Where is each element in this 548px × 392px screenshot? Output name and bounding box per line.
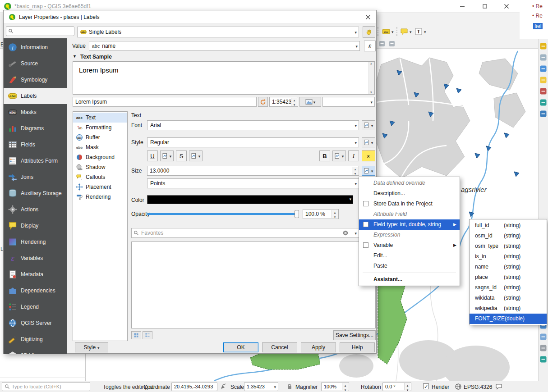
messages-icon[interactable] bbox=[495, 383, 502, 390]
clear-icon[interactable] bbox=[342, 230, 349, 236]
toolbar-extra-icon-2[interactable] bbox=[388, 40, 396, 47]
sidebar-item-masks[interactable]: abcMasks bbox=[4, 104, 67, 120]
dock-info-icon[interactable] bbox=[540, 110, 547, 117]
text-sample-header[interactable]: Text Sample bbox=[80, 54, 112, 60]
expression-highlighted-button[interactable]: ε bbox=[362, 150, 375, 161]
dock-tips-icon[interactable] bbox=[540, 77, 547, 83]
tab-callouts[interactable]: Callouts bbox=[73, 172, 127, 182]
ok-button[interactable]: OK bbox=[223, 342, 258, 352]
field-item-font-size[interactable]: FONT_SIZE(double) bbox=[470, 314, 547, 324]
field-item-sagns-id[interactable]: sagns_id(string) bbox=[470, 283, 547, 293]
icon-view-button[interactable] bbox=[131, 331, 141, 339]
tab-mask[interactable]: abcMask bbox=[73, 142, 127, 152]
underline-data-defined-button[interactable] bbox=[160, 150, 174, 161]
scale-select[interactable]: 1:35423 bbox=[244, 382, 278, 391]
sidebar-item-joins[interactable]: Joins bbox=[4, 169, 67, 185]
menu-checkbox[interactable] bbox=[363, 242, 368, 248]
bold-button[interactable]: B bbox=[319, 150, 330, 161]
tab-formatting[interactable]: +abFormatting bbox=[73, 123, 127, 132]
field-item-osm-id[interactable]: osm_id(string) bbox=[470, 231, 547, 241]
tab-text[interactable]: abcText bbox=[73, 113, 127, 123]
menu-item-paste[interactable]: Paste bbox=[359, 261, 460, 271]
menu-item-variable[interactable]: Variable▶ bbox=[359, 240, 460, 251]
cancel-button[interactable]: Cancel bbox=[262, 342, 297, 352]
lock-icon[interactable] bbox=[286, 383, 293, 390]
map-tips-button[interactable] bbox=[399, 26, 413, 37]
sidebar-item-legend[interactable]: Legend bbox=[4, 299, 67, 315]
coordinate-input[interactable]: 20.4195,-34.0293 bbox=[171, 382, 217, 391]
sidebar-item-fields[interactable]: Fields bbox=[4, 137, 67, 153]
sidebar-item-qgis-server[interactable]: QGIS Server bbox=[4, 315, 67, 331]
tab-shadow[interactable]: Shadow bbox=[73, 162, 127, 172]
expression-builder-button[interactable]: ε bbox=[364, 41, 376, 51]
field-item-place[interactable]: place(string) bbox=[470, 272, 547, 283]
editing-toggle-icon[interactable] bbox=[220, 383, 227, 390]
bold-data-defined-button[interactable] bbox=[332, 150, 346, 161]
field-item-full-id[interactable]: full_id(string) bbox=[470, 220, 547, 231]
preview-extra-select[interactable] bbox=[322, 97, 375, 107]
sidebar-item-dependencies[interactable]: Dependencies bbox=[4, 283, 67, 299]
properties-search-input[interactable] bbox=[6, 26, 74, 36]
tab-placement[interactable]: Placement bbox=[73, 182, 127, 192]
font-style-select[interactable]: Regular bbox=[147, 137, 359, 147]
dock-extra-icon-3[interactable] bbox=[540, 333, 547, 340]
close-button[interactable] bbox=[502, 3, 511, 10]
italic-button[interactable]: I bbox=[348, 150, 359, 161]
collapse-arrow-icon[interactable]: ▼ bbox=[73, 54, 77, 59]
size-data-defined-button[interactable] bbox=[362, 166, 375, 176]
underline-button[interactable]: U bbox=[147, 150, 158, 161]
size-unit-select[interactable]: Points bbox=[147, 178, 359, 188]
field-item-osm-type[interactable]: osm_type(string) bbox=[470, 241, 547, 251]
field-item-name[interactable]: name(string) bbox=[470, 262, 547, 272]
preview-scale-input[interactable]: 1:35423 bbox=[269, 97, 298, 107]
opacity-input[interactable]: 100.0 % bbox=[303, 209, 339, 219]
rotation-input[interactable]: 0.0 ° bbox=[382, 382, 411, 391]
text-annotation-button[interactable]: T bbox=[413, 26, 428, 37]
sidebar-item-diagrams[interactable]: Diagrams bbox=[4, 120, 67, 137]
dialog-close-button[interactable] bbox=[364, 14, 372, 21]
auto-placement-button[interactable] bbox=[363, 26, 375, 38]
menu-item-edit[interactable]: Edit... bbox=[359, 251, 460, 261]
locate-input[interactable]: Type to locate (Ctrl+K) bbox=[2, 382, 90, 391]
sidebar-item-display[interactable]: Display bbox=[4, 218, 67, 234]
strikethrough-button[interactable]: S bbox=[176, 150, 187, 161]
help-button[interactable]: Help bbox=[340, 342, 375, 352]
maximize-button[interactable] bbox=[481, 3, 489, 10]
sidebar-item-rendering[interactable]: Rendering bbox=[4, 234, 67, 250]
globe-icon[interactable] bbox=[455, 383, 462, 390]
favorites-search-select[interactable]: Favorites bbox=[131, 228, 359, 238]
menu-checkbox[interactable] bbox=[363, 201, 368, 206]
toolbar-extra-icon-1[interactable] bbox=[378, 40, 386, 47]
sidebar-item-labels[interactable]: abcLabels bbox=[4, 88, 67, 104]
sidebar-item-auxiliary-storage[interactable]: Auxiliary Storage bbox=[4, 185, 67, 201]
sidebar-item-metadata[interactable]: Metadata bbox=[4, 266, 67, 283]
sidebar-item-attributes-form[interactable]: Attributes Form bbox=[4, 153, 67, 169]
menu-item-store-data-in-the-project[interactable]: Store Data in the Project bbox=[359, 199, 460, 209]
list-view-button[interactable] bbox=[143, 331, 152, 339]
field-item-is-in[interactable]: is_in(string) bbox=[470, 251, 547, 262]
minimize-button[interactable] bbox=[458, 3, 466, 10]
style-menu-button[interactable]: Style bbox=[75, 342, 108, 352]
sidebar-item-source[interactable]: Source bbox=[4, 55, 67, 72]
render-checkbox[interactable] bbox=[423, 383, 429, 389]
dock-layers-icon[interactable] bbox=[540, 65, 547, 72]
opacity-slider[interactable] bbox=[147, 209, 299, 219]
tab-rendering[interactable]: Rendering bbox=[73, 192, 127, 202]
labels-mode-select[interactable]: abc Single Labels bbox=[77, 27, 359, 37]
dock-style-icon[interactable] bbox=[540, 43, 547, 50]
menu-item-assistant[interactable]: Assistant... bbox=[359, 274, 460, 285]
dock-extra-icon-5[interactable] bbox=[540, 356, 547, 363]
color-button[interactable] bbox=[147, 195, 353, 204]
sidebar-item-digitizing[interactable]: Digitizing bbox=[4, 331, 67, 347]
size-input[interactable]: 13.0000 bbox=[147, 166, 359, 176]
menu-item-description[interactable]: Description... bbox=[359, 188, 460, 199]
sidebar-item-actions[interactable]: Actions bbox=[4, 201, 67, 218]
value-field-select[interactable]: abc name bbox=[89, 41, 360, 51]
save-settings-button[interactable]: Save Settings... bbox=[333, 330, 376, 340]
style-data-defined-button[interactable] bbox=[362, 137, 375, 147]
sidebar-item-symbology[interactable]: Symbology bbox=[4, 72, 67, 88]
strikethrough-data-defined-button[interactable] bbox=[189, 150, 203, 161]
dock-extra-icon-4[interactable] bbox=[540, 345, 547, 351]
field-item-wikidata[interactable]: wikidata(string) bbox=[470, 293, 547, 303]
opacity-slider-handle[interactable] bbox=[295, 210, 299, 218]
